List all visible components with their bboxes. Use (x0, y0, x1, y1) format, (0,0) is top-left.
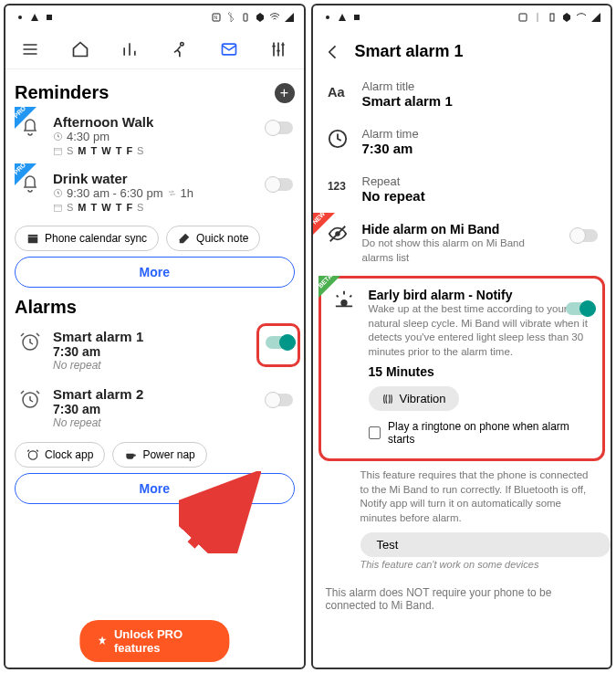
reminder-toggle[interactable] (266, 121, 293, 134)
svg-rect-11 (28, 235, 38, 243)
power-nap-button[interactable]: Power nap (112, 442, 206, 468)
feature-note: This feature requires that the phone is … (313, 463, 611, 527)
svg-point-5 (181, 42, 183, 45)
wifi-icon (269, 12, 280, 23)
hide-alarm-toggle[interactable] (570, 229, 598, 242)
reminder-days: SMTWTFS (53, 145, 256, 156)
unlock-pro-button[interactable]: Unlock PRO features (80, 620, 229, 662)
signal-icon (590, 12, 601, 23)
alarm-time: 7:30 am (53, 402, 256, 416)
svg-text:N: N (214, 15, 217, 20)
more-reminders-button[interactable]: More (15, 257, 295, 288)
alarm-item[interactable]: Smart alarm 1 7:30 am No repeat (15, 321, 295, 379)
svg-text:Aa: Aa (328, 85, 346, 100)
svg-rect-19 (550, 14, 554, 21)
early-bird-section: BETA Early bird alarm - Notify Wake up a… (318, 276, 606, 461)
alarm-item[interactable]: Smart alarm 2 7:30 am No repeat (15, 379, 295, 436)
pro-ribbon: PRO (15, 163, 37, 185)
nfc-icon (517, 12, 528, 23)
alarm-icon (26, 448, 39, 461)
nfc-icon: N (211, 12, 222, 23)
early-bird-desc: Wake up at the best time according to yo… (369, 302, 592, 359)
text-icon: Aa (328, 81, 348, 101)
phone-right: Smart alarm 1 Aa Alarm title Smart alarm… (311, 4, 613, 669)
settings-tab[interactable] (254, 40, 303, 58)
wifi-icon (576, 12, 587, 23)
test-button[interactable]: Test (360, 532, 611, 557)
svg-rect-4 (244, 14, 247, 21)
status-icon (322, 12, 333, 23)
repeat-row[interactable]: 123 Repeat No repeat (313, 165, 611, 213)
hide-alarm-row[interactable]: NEW Hide alarm on Mi Band Do not show th… (313, 213, 611, 274)
home-tab[interactable] (55, 40, 104, 58)
calendar-icon (53, 146, 63, 156)
alarm-icon (19, 331, 41, 352)
svg-rect-18 (519, 14, 527, 21)
messages-tab[interactable] (204, 40, 254, 58)
early-bird-title: Early bird alarm - Notify (369, 288, 592, 302)
status-icon (44, 12, 55, 23)
calendar-icon (53, 203, 63, 213)
early-bird-minutes[interactable]: 15 Minutes (369, 364, 592, 379)
reminders-header: Reminders (15, 82, 109, 103)
repeat-icon (167, 188, 177, 198)
status-icon (337, 12, 348, 23)
svg-point-14 (28, 451, 37, 459)
vibration-icon (381, 393, 394, 405)
vibrate-icon (547, 12, 558, 23)
checkbox-icon[interactable] (369, 426, 381, 439)
menu-button[interactable] (5, 40, 55, 58)
star-icon (97, 634, 109, 648)
calendar-sync-button[interactable]: Phone calendar sync (15, 226, 159, 251)
status-bar (313, 5, 611, 29)
early-bird-toggle[interactable] (566, 302, 593, 315)
svg-rect-1 (47, 15, 52, 20)
page-title: Smart alarm 1 (355, 42, 464, 61)
add-reminder-button[interactable]: + (275, 83, 295, 103)
vibration-button[interactable]: Vibration (369, 386, 459, 411)
status-icon (351, 12, 362, 23)
numbers-icon: 123 (328, 176, 348, 196)
activity-tab[interactable] (154, 40, 204, 58)
reminder-time: 9:30 am - 6:30 pm 1h (53, 186, 256, 200)
reminder-days: SMTWTFS (53, 202, 256, 213)
phone-left: N Reminders + PRO Afternoon Walk (4, 4, 306, 669)
bluetooth-icon (225, 12, 236, 23)
alarm-toggle[interactable] (266, 394, 293, 406)
connection-note: This alarm does NOT require your phone t… (313, 577, 611, 621)
status-icon (15, 12, 26, 23)
svg-rect-8 (54, 148, 61, 154)
status-bar: N (5, 5, 304, 29)
reminder-title: Afternoon Walk (53, 114, 256, 130)
detail-header: Smart alarm 1 (313, 29, 611, 70)
clock-app-button[interactable]: Clock app (15, 442, 105, 468)
coffee-icon (124, 448, 137, 461)
clock-icon (53, 188, 63, 198)
quick-note-button[interactable]: Quick note (166, 226, 260, 251)
note-icon (178, 232, 191, 245)
reminder-toggle[interactable] (266, 178, 293, 191)
reminder-title: Drink water (53, 171, 256, 186)
alarm-title: Smart alarm 2 (53, 386, 256, 402)
pro-ribbon: PRO (15, 107, 37, 129)
svg-text:123: 123 (328, 180, 346, 193)
calendar-icon (26, 232, 39, 245)
beta-ribbon: BETA (318, 276, 340, 298)
stats-tab[interactable] (105, 40, 154, 58)
device-note: This feature can't work on some devices (313, 559, 611, 577)
status-icon (29, 12, 40, 23)
ringtone-checkbox-row[interactable]: Play a ringtone on phone when alarm star… (369, 420, 592, 446)
alarm-title-row[interactable]: Aa Alarm title Smart alarm 1 (313, 70, 611, 118)
signal-icon (284, 12, 295, 23)
tab-bar (5, 29, 304, 69)
back-icon[interactable] (324, 43, 342, 61)
alarm-time-row[interactable]: Alarm time 7:30 am (313, 118, 611, 165)
alarm-repeat: No repeat (53, 416, 256, 429)
highlight-box (256, 323, 300, 367)
svg-point-0 (18, 16, 22, 19)
svg-point-25 (340, 300, 347, 306)
main-content: Reminders + PRO Afternoon Walk 4:30 pm S… (5, 69, 304, 668)
alarms-header: Alarms (15, 297, 77, 318)
reminder-item[interactable]: PRO Drink water 9:30 am - 6:30 pm 1h SMT… (15, 163, 295, 220)
reminder-item[interactable]: PRO Afternoon Walk 4:30 pm SMTWTFS (15, 107, 295, 163)
